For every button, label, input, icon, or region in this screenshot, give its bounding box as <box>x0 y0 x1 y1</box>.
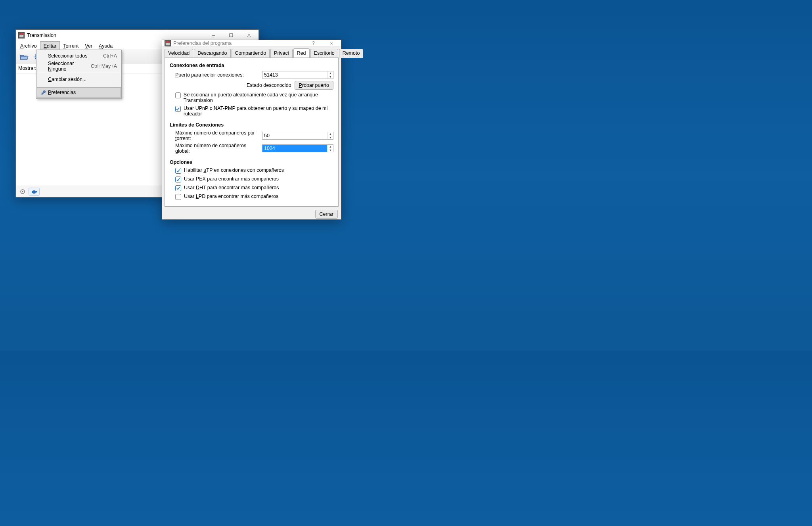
alt-speed-button[interactable] <box>29 188 40 196</box>
menu-separator <box>38 86 120 86</box>
menu-help[interactable]: Ayuda <box>96 41 116 50</box>
spin-arrows[interactable]: ▲▼ <box>327 145 333 152</box>
main-title: Transmission <box>27 33 204 38</box>
port-spinbox[interactable]: ▲▼ <box>262 71 333 79</box>
peers-global-input[interactable] <box>262 145 327 152</box>
tab-remote[interactable]: Remoto <box>339 49 364 58</box>
section-incoming: Conexiones de entrada <box>170 63 333 68</box>
shortcut-text: Ctrl+A <box>103 53 117 59</box>
transmission-app-icon <box>18 32 25 38</box>
statusbar-options-button[interactable] <box>18 188 27 196</box>
utp-label: Habilitar uTP en conexiones con compañer… <box>184 167 284 173</box>
edit-menu-dropdown: Seleccionar todos Ctrl+A Seleccionar Nin… <box>36 50 122 99</box>
menu-edit[interactable]: Editar <box>40 41 60 50</box>
tab-sharing[interactable]: Compartiendo <box>232 49 270 58</box>
upnp-checkbox[interactable] <box>175 106 181 112</box>
peers-torrent-row: Máximo número de compañeros por torrent:… <box>175 130 333 141</box>
random-port-checkbox[interactable] <box>175 92 181 98</box>
tab-downloading[interactable]: Descargando <box>194 49 230 58</box>
peers-torrent-spinbox[interactable]: ▲▼ <box>262 132 333 140</box>
peers-global-row: Máximo número de compañeros global: ▲▼ <box>175 143 333 154</box>
menu-item-select-none[interactable]: Seleccionar Ninguno Ctrl+May+A <box>37 61 121 71</box>
tab-network[interactable]: Red <box>293 48 310 58</box>
menu-file[interactable]: Archivo <box>17 41 40 50</box>
tab-speed[interactable]: Velocidad <box>165 49 193 58</box>
minimize-icon <box>211 33 215 37</box>
turtle-icon <box>31 189 37 194</box>
menu-item-select-all[interactable]: Seleccionar todos Ctrl+A <box>37 51 121 61</box>
svg-point-8 <box>22 191 23 192</box>
peers-torrent-label: Máximo número de compañeros por torrent: <box>175 130 259 141</box>
filter-label: Mostrar: <box>18 65 36 71</box>
window-controls: ? <box>304 40 340 46</box>
random-port-checkbox-row: Seleccionar un puerto aleatoriamente cad… <box>175 92 333 103</box>
lpd-checkbox-row: Usar LPD para encontrar más compañeros <box>175 194 333 200</box>
tab-privacy[interactable]: Privaci <box>270 49 293 58</box>
menu-torrent[interactable]: Torrent <box>60 41 82 50</box>
port-status-row: Estado desconocido Probar puerto <box>175 81 333 90</box>
gear-icon <box>20 189 25 194</box>
close-prefs-button[interactable]: Cerrar <box>315 210 338 219</box>
random-port-label: Seleccionar un puerto aleatoriamente cad… <box>184 92 333 103</box>
menu-item-change-session[interactable]: Cambiar sesión... <box>37 74 121 84</box>
lpd-checkbox[interactable] <box>175 194 181 200</box>
window-controls <box>204 30 258 41</box>
maximize-button[interactable] <box>222 30 240 41</box>
transmission-app-icon <box>165 40 171 46</box>
port-status-text: Estado desconocido <box>247 83 291 88</box>
spin-arrows[interactable]: ▲▼ <box>327 71 333 79</box>
open-file-button[interactable] <box>18 52 30 62</box>
tab-desktop[interactable]: Escritorio <box>310 49 338 58</box>
close-button[interactable] <box>240 30 258 41</box>
svg-point-9 <box>32 190 36 194</box>
menu-separator <box>38 73 120 73</box>
dht-checkbox[interactable] <box>175 185 181 191</box>
help-button[interactable]: ? <box>304 40 322 46</box>
close-button[interactable] <box>322 40 340 46</box>
close-icon <box>247 33 251 37</box>
prefs-tabs: Velocidad Descargando Compartiendo Priva… <box>162 47 341 58</box>
prefs-titlebar[interactable]: Preferencias del programa ? <box>162 40 341 47</box>
maximize-icon <box>229 33 233 37</box>
peers-global-spinbox[interactable]: ▲▼ <box>262 144 333 152</box>
minimize-button[interactable] <box>204 30 222 41</box>
port-input[interactable] <box>262 71 327 79</box>
test-port-button[interactable]: Probar puerto <box>295 81 333 90</box>
utp-checkbox-row: Habilitar uTP en conexiones con compañer… <box>175 167 333 174</box>
upnp-label: Usar UPnP o NAT-PMP para obtener un puer… <box>184 106 333 117</box>
peers-torrent-input[interactable] <box>262 132 327 139</box>
pex-label: Usar PEX para encontrar más compañeros <box>184 176 279 182</box>
spin-arrows[interactable]: ▲▼ <box>327 132 333 139</box>
svg-rect-1 <box>230 34 233 37</box>
menu-item-preferences[interactable]: Preferencias <box>37 87 121 98</box>
lpd-label: Usar LPD para encontrar más compañeros <box>184 194 278 199</box>
shortcut-text: Ctrl+May+A <box>91 63 117 69</box>
utp-checkbox[interactable] <box>175 168 181 174</box>
section-limits: Límites de Conexiones <box>170 122 333 128</box>
pex-checkbox-row: Usar PEX para encontrar más compañeros <box>175 176 333 182</box>
wrench-icon <box>40 89 46 96</box>
svg-point-10 <box>36 191 37 192</box>
prefs-footer: Cerrar <box>162 209 341 222</box>
peers-global-label: Máximo número de compañeros global: <box>175 143 259 154</box>
close-icon <box>329 41 333 45</box>
pex-checkbox[interactable] <box>175 177 181 182</box>
upnp-checkbox-row: Usar UPnP o NAT-PMP para obtener un puer… <box>175 106 333 117</box>
dht-label: Usar DHT para encontrar más compañeros <box>184 185 279 190</box>
section-options: Opciones <box>170 159 333 165</box>
dht-checkbox-row: Usar DHT para encontrar más compañeros <box>175 185 333 191</box>
prefs-network-page: Conexiones de entrada Puerto para recibi… <box>165 58 339 207</box>
prefs-title: Preferencias del programa <box>173 40 304 46</box>
menu-view[interactable]: Ver <box>82 41 96 50</box>
preferences-dialog: Preferencias del programa ? Velocidad De… <box>162 40 341 220</box>
folder-open-icon <box>19 53 29 60</box>
port-row: Puerto para recibir conexiones: ▲▼ <box>175 71 333 79</box>
port-label: Puerto para recibir conexiones: <box>175 72 259 78</box>
